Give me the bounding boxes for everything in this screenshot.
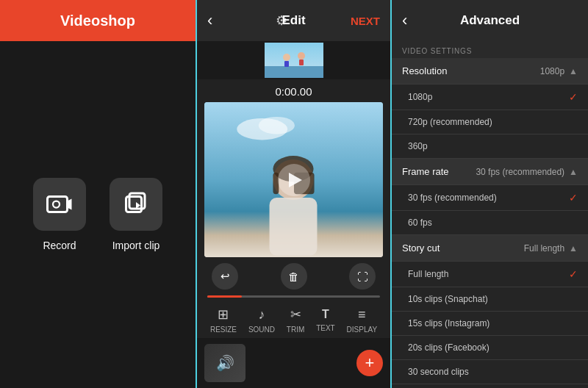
record-button[interactable]: Record — [33, 178, 86, 251]
panel-advanced: ‹ Advanced VIDEO SETTINGS Resolution 108… — [392, 0, 588, 388]
tools-row: ⊞ RESIZE ♪ SOUND ✂ TRIM T TEXT ≡ DISPLAY — [197, 301, 390, 338]
camera-icon — [46, 191, 73, 218]
option-15s[interactable]: 15s clips (Instagram) — [392, 312, 588, 336]
check-30fps: ✓ — [569, 192, 578, 204]
panel3-header: ‹ Advanced — [392, 0, 588, 41]
option-45s[interactable]: 45 second clips — [392, 384, 588, 388]
story-cut-value: Full length ▲ — [524, 243, 578, 254]
option-30fps[interactable]: 30 fps (recommended) ✓ — [392, 185, 588, 211]
option-360p[interactable]: 360p — [392, 134, 588, 159]
video-preview — [204, 102, 383, 257]
sound-label: SOUND — [248, 326, 275, 334]
resize-icon: ⊞ — [218, 306, 229, 323]
option-30s[interactable]: 30 second clips — [392, 360, 588, 384]
option-10s[interactable]: 10s clips (Snapchat) — [392, 287, 588, 312]
framerate-row[interactable]: Frame rate 30 fps (recommended) ▲ — [392, 159, 588, 185]
option-20s[interactable]: 20s clips (Facebook) — [392, 336, 588, 360]
sound-tool[interactable]: ♪ SOUND — [248, 307, 275, 334]
record-icon-box — [33, 178, 86, 231]
edit-title: Edit — [282, 13, 305, 28]
display-tool[interactable]: ≡ DISPLAY — [347, 307, 378, 334]
resolution-name: Resolution — [402, 65, 447, 76]
svg-point-2 — [53, 201, 60, 208]
story-cut-name: Story cut — [402, 242, 440, 254]
framerate-chevron: ▲ — [569, 167, 578, 177]
option-full-length[interactable]: Full length ✓ — [392, 262, 588, 287]
svg-rect-7 — [265, 66, 323, 78]
resize-tool[interactable]: ⊞ RESIZE — [210, 306, 237, 334]
progress-bar — [197, 295, 390, 298]
clip-strip: 🔊 + — [197, 338, 390, 388]
advanced-title: Advanced — [460, 13, 520, 28]
display-label: DISPLAY — [347, 326, 378, 334]
display-icon: ≡ — [358, 307, 366, 323]
svg-rect-16 — [270, 198, 318, 256]
text-label: TEXT — [316, 324, 335, 332]
resolution-row[interactable]: Resolution 1080p ▲ — [392, 58, 588, 85]
trim-icon: ✂ — [290, 306, 301, 323]
option-60fps[interactable]: 60 fps — [392, 211, 588, 235]
delete-button[interactable]: 🗑 — [281, 263, 307, 290]
resolution-chevron: ▲ — [569, 66, 578, 76]
next-button[interactable]: NEXT — [351, 15, 380, 27]
svg-point-8 — [283, 54, 290, 61]
progress-fill — [207, 295, 242, 298]
resolution-value: 1080p ▲ — [540, 66, 578, 76]
panel2-header: ‹ ⚙ Edit NEXT — [197, 0, 390, 41]
svg-rect-0 — [48, 197, 68, 212]
check-1080p: ✓ — [569, 91, 578, 103]
resize-label: RESIZE — [210, 326, 237, 334]
import-icon-box — [110, 178, 162, 231]
framerate-value: 30 fps (recommended) ▲ — [476, 167, 578, 177]
option-720p[interactable]: 720p (recommended) — [392, 110, 588, 134]
import-button[interactable]: Import clip — [110, 178, 162, 251]
app-title: Videoshop — [60, 12, 135, 29]
text-tool[interactable]: T TEXT — [316, 308, 335, 332]
sound-icon: ♪ — [258, 307, 265, 323]
svg-point-14 — [259, 117, 295, 134]
thumbnail-strip — [197, 41, 390, 79]
back-button[interactable]: ‹ — [207, 11, 212, 30]
video-settings-label: VIDEO SETTINGS — [392, 41, 588, 58]
controls-row: ↩ 🗑 ⛶ — [197, 257, 390, 295]
option-1080p[interactable]: 1080p ✓ — [392, 85, 588, 110]
story-cut-row[interactable]: Story cut Full length ▲ — [392, 235, 588, 262]
timecode: 0:00.00 — [197, 79, 390, 102]
thumbnail-image — [265, 43, 323, 78]
add-clip-button[interactable]: + — [356, 350, 383, 376]
import-label: Import clip — [112, 240, 160, 251]
progress-track — [207, 295, 380, 298]
text-icon: T — [322, 308, 329, 321]
fullscreen-button[interactable]: ⛶ — [349, 263, 376, 290]
undo-button[interactable]: ↩ — [212, 263, 238, 290]
settings-list: VIDEO SETTINGS Resolution 1080p ▲ 1080p … — [392, 41, 588, 388]
panel1-header: Videoshop — [0, 0, 196, 41]
import-icon — [123, 191, 149, 218]
check-full-length: ✓ — [569, 268, 578, 280]
play-button[interactable] — [278, 164, 310, 196]
panel1-content: Record Import clip — [0, 41, 196, 388]
record-label: Record — [43, 240, 76, 251]
story-cut-chevron: ▲ — [569, 243, 578, 254]
panel-videoshop: Videoshop Record Import clip — [0, 0, 196, 388]
svg-rect-11 — [299, 60, 304, 65]
clip-thumb-inner: 🔊 — [204, 344, 245, 382]
svg-point-10 — [298, 52, 305, 60]
trim-label: TRIM — [287, 326, 304, 334]
advanced-back-button[interactable]: ‹ — [402, 11, 407, 30]
speaker-icon: 🔊 — [216, 354, 234, 372]
clip-thumbnail[interactable]: 🔊 — [204, 344, 245, 382]
svg-rect-9 — [284, 61, 289, 67]
panel-edit: ‹ ⚙ Edit NEXT 0:00.00 — [196, 0, 392, 388]
framerate-name: Frame rate — [402, 166, 449, 177]
trim-tool[interactable]: ✂ TRIM — [287, 306, 304, 334]
